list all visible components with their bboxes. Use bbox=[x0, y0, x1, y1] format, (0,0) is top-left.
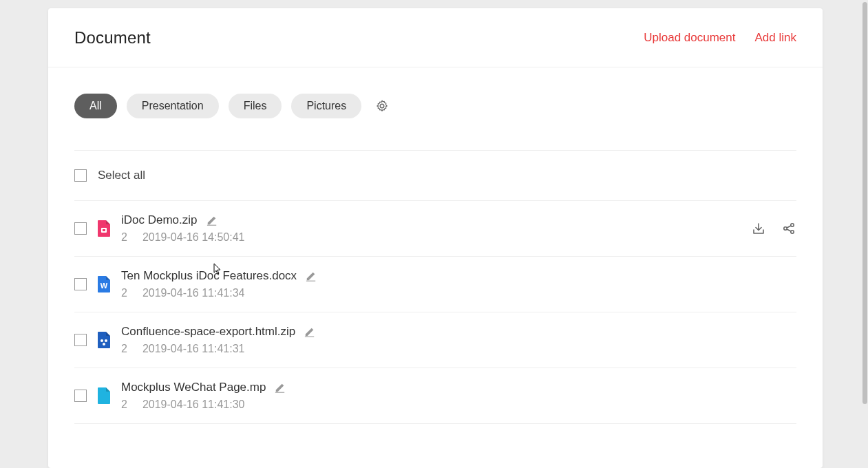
tab-files[interactable]: Files bbox=[229, 94, 282, 118]
panel-header: Document Upload document Add link bbox=[48, 8, 823, 67]
file-count: 2 bbox=[121, 398, 127, 411]
file-name: Ten Mockplus iDoc Features.docx bbox=[121, 269, 297, 283]
file-info: Confluence-space-export.html.zip22019-04… bbox=[121, 325, 796, 355]
file-info: iDoc Demo.zip22019-04-16 14:50:41 bbox=[121, 213, 751, 244]
svg-point-3 bbox=[100, 339, 103, 342]
select-all-row: Select all bbox=[48, 151, 823, 200]
file-meta: 22019-04-16 11:41:31 bbox=[121, 343, 796, 355]
file-type-icon bbox=[96, 331, 112, 349]
pencil-icon[interactable] bbox=[274, 381, 286, 394]
file-name: Mockplus WeChat Page.mp bbox=[121, 381, 266, 394]
pencil-icon[interactable] bbox=[206, 214, 218, 226]
file-row[interactable]: Confluence-space-export.html.zip22019-04… bbox=[74, 312, 796, 368]
tab-label: Files bbox=[244, 100, 267, 112]
file-name: iDoc Demo.zip bbox=[121, 213, 198, 227]
select-all-checkbox[interactable] bbox=[74, 169, 87, 182]
svg-point-5 bbox=[103, 343, 105, 345]
file-meta: 22019-04-16 11:41:30 bbox=[121, 398, 796, 411]
pencil-icon[interactable] bbox=[304, 326, 316, 338]
document-panel: Document Upload document Add link AllPre… bbox=[48, 8, 823, 468]
share-icon[interactable] bbox=[781, 221, 796, 236]
gear-icon[interactable] bbox=[375, 99, 389, 113]
file-type-icon bbox=[96, 387, 112, 405]
file-type-icon bbox=[96, 220, 112, 237]
tab-all[interactable]: All bbox=[74, 94, 117, 118]
svg-text:W: W bbox=[100, 281, 108, 290]
tab-pictures[interactable]: Pictures bbox=[291, 94, 361, 118]
file-count: 2 bbox=[121, 287, 127, 299]
file-checkbox[interactable] bbox=[74, 278, 87, 290]
file-timestamp: 2019-04-16 11:41:31 bbox=[142, 343, 245, 355]
file-info: Mockplus WeChat Page.mp22019-04-16 11:41… bbox=[121, 381, 796, 411]
file-name-line: Ten Mockplus iDoc Features.docx bbox=[121, 269, 796, 283]
file-list: iDoc Demo.zip22019-04-16 14:50:41WTen Mo… bbox=[74, 200, 796, 424]
file-row[interactable]: WTen Mockplus iDoc Features.docx22019-04… bbox=[74, 257, 796, 312]
page-title: Document bbox=[74, 28, 151, 47]
filter-tabs: AllPresentationFilesPictures bbox=[48, 67, 823, 118]
file-type-icon: W bbox=[96, 275, 112, 293]
file-name-line: Confluence-space-export.html.zip bbox=[121, 325, 796, 339]
tab-label: All bbox=[89, 100, 102, 112]
pencil-icon[interactable] bbox=[305, 270, 317, 282]
file-count: 2 bbox=[121, 343, 127, 355]
header-actions: Upload document Add link bbox=[644, 31, 796, 45]
file-checkbox[interactable] bbox=[74, 222, 87, 235]
add-link-link[interactable]: Add link bbox=[755, 31, 796, 45]
tab-label: Presentation bbox=[142, 100, 204, 112]
file-count: 2 bbox=[121, 231, 127, 244]
download-icon[interactable] bbox=[751, 221, 766, 236]
file-timestamp: 2019-04-16 14:50:41 bbox=[142, 231, 245, 244]
file-name-line: Mockplus WeChat Page.mp bbox=[121, 381, 796, 394]
file-checkbox[interactable] bbox=[74, 334, 87, 346]
file-checkbox[interactable] bbox=[74, 390, 87, 402]
tab-label: Pictures bbox=[306, 100, 346, 112]
svg-rect-1 bbox=[103, 229, 105, 231]
file-timestamp: 2019-04-16 11:41:30 bbox=[142, 398, 245, 411]
upload-document-link[interactable]: Upload document bbox=[644, 31, 735, 45]
file-name-line: iDoc Demo.zip bbox=[121, 213, 751, 227]
select-all-label: Select all bbox=[98, 169, 145, 182]
scrollbar-thumb[interactable] bbox=[862, 2, 867, 404]
file-timestamp: 2019-04-16 11:41:34 bbox=[142, 287, 245, 299]
file-info: Ten Mockplus iDoc Features.docx22019-04-… bbox=[121, 269, 796, 299]
file-row[interactable]: Mockplus WeChat Page.mp22019-04-16 11:41… bbox=[74, 368, 796, 424]
file-meta: 22019-04-16 11:41:34 bbox=[121, 287, 796, 299]
file-meta: 22019-04-16 14:50:41 bbox=[121, 231, 751, 244]
file-row[interactable]: iDoc Demo.zip22019-04-16 14:50:41 bbox=[74, 201, 796, 257]
svg-point-4 bbox=[105, 339, 107, 342]
tab-presentation[interactable]: Presentation bbox=[127, 94, 219, 118]
row-actions bbox=[751, 221, 796, 236]
file-name: Confluence-space-export.html.zip bbox=[121, 325, 295, 339]
